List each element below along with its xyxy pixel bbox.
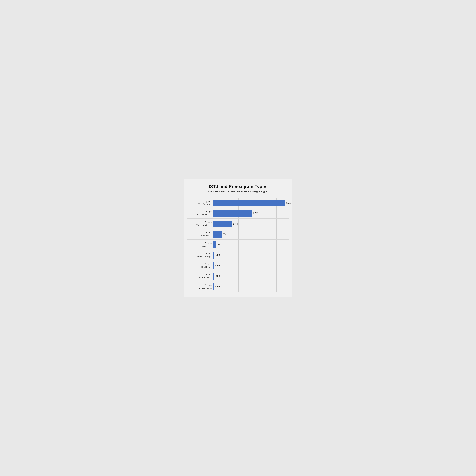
bar-row: Type 8The Challenger<1% bbox=[187, 250, 289, 260]
bar-wrapper: <1% bbox=[213, 281, 289, 292]
bar-name-label: The Challenger bbox=[187, 255, 212, 258]
bar-row: Type 5The Investigator13% bbox=[187, 219, 289, 229]
bar-row: Type 7The Enthusiast<1% bbox=[187, 271, 289, 281]
bar-label-area: Type 7The Enthusiast bbox=[187, 273, 213, 279]
bar-wrapper: 2% bbox=[213, 239, 289, 250]
bar-value-label: <1% bbox=[215, 285, 220, 288]
bar-type-label: Type 9 bbox=[187, 210, 212, 213]
bar-fill bbox=[213, 200, 285, 206]
bar-label-area: Type 1The Reformer bbox=[187, 200, 213, 206]
chart-container: ISTJ and Enneagram Types How often are I… bbox=[185, 179, 291, 297]
bar-row: Type 4The Individualist<1% bbox=[187, 281, 289, 292]
bar-section: 50% bbox=[213, 198, 289, 208]
bar-value-label: 27% bbox=[253, 212, 258, 215]
bar-label-area: Type 3The Achiever bbox=[187, 242, 213, 248]
bar-row: Type 1The Reformer50% bbox=[187, 198, 289, 208]
bar-fill bbox=[213, 262, 214, 269]
bar-value-label: <1% bbox=[215, 275, 220, 277]
bar-type-label: Type 5 bbox=[187, 221, 212, 224]
bar-value-label: 13% bbox=[233, 222, 238, 225]
bar-name-label: The Reformer bbox=[187, 203, 212, 206]
chart-subtitle: How often are ISTJs classified as each E… bbox=[187, 190, 289, 193]
bar-name-label: The Peacemaker bbox=[187, 213, 212, 216]
bar-name-label: The Enthusiast bbox=[187, 276, 212, 279]
bar-section: 2% bbox=[213, 239, 289, 250]
bar-type-label: Type 2 bbox=[187, 263, 212, 266]
bar-row: Type 9The Peacemaker27% bbox=[187, 208, 289, 219]
bar-type-label: Type 7 bbox=[187, 273, 212, 276]
bar-label-area: Type 6The Loyalist bbox=[187, 231, 213, 237]
bar-wrapper: 50% bbox=[213, 198, 289, 208]
bar-section: <1% bbox=[213, 271, 289, 281]
bar-value-label: <1% bbox=[215, 264, 220, 267]
bar-fill bbox=[213, 221, 232, 227]
bar-type-label: Type 3 bbox=[187, 242, 212, 245]
bar-value-label: 2% bbox=[217, 243, 221, 246]
bar-wrapper: 13% bbox=[213, 219, 289, 229]
bar-value-label: <1% bbox=[215, 254, 220, 256]
bar-section: 27% bbox=[213, 208, 289, 219]
bar-section: <1% bbox=[213, 281, 289, 292]
bar-row: Type 3The Achiever2% bbox=[187, 239, 289, 250]
bar-name-label: The Individualist bbox=[187, 287, 212, 289]
bar-wrapper: 6% bbox=[213, 229, 289, 239]
bar-label-area: Type 4The Individualist bbox=[187, 284, 213, 289]
bar-type-label: Type 4 bbox=[187, 284, 212, 287]
bar-label-area: Type 9The Peacemaker bbox=[187, 210, 213, 216]
bar-label-area: Type 5The Investigator bbox=[187, 221, 213, 227]
bar-section: <1% bbox=[213, 260, 289, 271]
bar-fill bbox=[213, 210, 252, 217]
bar-type-label: Type 1 bbox=[187, 200, 212, 203]
bar-fill bbox=[213, 231, 222, 238]
bar-row: Type 6The Loyalist6% bbox=[187, 229, 289, 239]
bar-type-label: Type 8 bbox=[187, 252, 212, 255]
bar-name-label: The Helper bbox=[187, 266, 212, 269]
bar-name-label: The Investigator bbox=[187, 224, 212, 227]
bar-fill bbox=[213, 273, 214, 280]
bar-value-label: 50% bbox=[286, 202, 291, 204]
bar-value-label: 6% bbox=[223, 233, 226, 236]
chart-area: Type 1The Reformer50%Type 9The Peacemake… bbox=[187, 198, 289, 292]
bar-fill bbox=[213, 241, 216, 248]
bar-wrapper: <1% bbox=[213, 260, 289, 271]
bar-label-area: Type 8The Challenger bbox=[187, 252, 213, 258]
chart-title: ISTJ and Enneagram Types bbox=[187, 184, 289, 189]
bar-section: <1% bbox=[213, 250, 289, 260]
bar-wrapper: <1% bbox=[213, 250, 289, 260]
bar-wrapper: 27% bbox=[213, 208, 289, 219]
bar-wrapper: <1% bbox=[213, 271, 289, 281]
bar-row: Type 2The Helper<1% bbox=[187, 260, 289, 271]
bar-label-area: Type 2The Helper bbox=[187, 263, 213, 269]
bar-fill bbox=[213, 283, 214, 290]
bar-name-label: The Loyalist bbox=[187, 234, 212, 237]
bar-type-label: Type 6 bbox=[187, 231, 212, 234]
bar-section: 13% bbox=[213, 219, 289, 229]
bar-section: 6% bbox=[213, 229, 289, 239]
bar-fill bbox=[213, 252, 214, 259]
bar-name-label: The Achiever bbox=[187, 245, 212, 248]
